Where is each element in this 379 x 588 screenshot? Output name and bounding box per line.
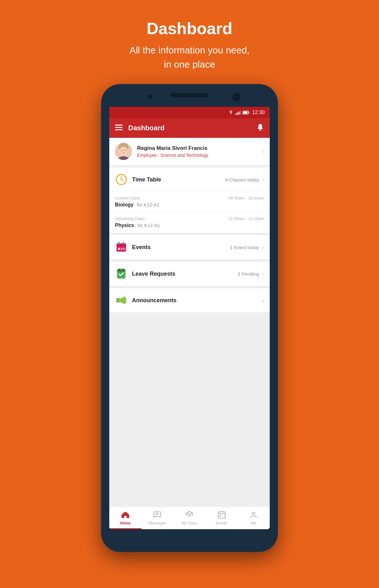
svg-rect-3 bbox=[240, 111, 241, 115]
svg-rect-43 bbox=[220, 515, 221, 516]
announcements-card: Announcements › bbox=[109, 288, 270, 312]
status-time: 12:30 bbox=[252, 110, 265, 115]
leave-requests-title: Leave Requests bbox=[132, 271, 238, 277]
svg-rect-26 bbox=[121, 248, 123, 250]
leave-requests-card: Leave Requests 3 Pending › bbox=[109, 262, 270, 286]
svg-rect-23 bbox=[118, 242, 120, 245]
page-header: Dashboard All the information you need, … bbox=[123, 0, 256, 84]
nav-item-messages[interactable]: Messages bbox=[141, 508, 174, 528]
messages-icon bbox=[153, 511, 161, 520]
nav-item-events[interactable]: Events bbox=[206, 508, 238, 528]
svg-rect-1 bbox=[237, 113, 238, 115]
svg-rect-2 bbox=[238, 112, 239, 115]
svg-rect-30 bbox=[119, 268, 120, 271]
current-class-item[interactable]: Current Class 09:45am - 10.40am Biology … bbox=[109, 192, 270, 212]
svg-rect-9 bbox=[115, 129, 123, 130]
svg-marker-32 bbox=[117, 298, 120, 303]
app-bar: Dashboard bbox=[109, 118, 270, 138]
leave-requests-icon bbox=[115, 267, 128, 280]
app-bar-title: Dashboard bbox=[128, 124, 256, 132]
events-count: 1 Event today bbox=[230, 245, 259, 250]
nav-item-home[interactable]: Home bbox=[109, 508, 141, 528]
svg-rect-7 bbox=[115, 125, 123, 126]
screen-content: Regina Maria Sivori Francis Employee : S… bbox=[109, 138, 270, 506]
events-nav-icon bbox=[218, 511, 226, 520]
nav-label-home: Home bbox=[120, 521, 130, 525]
wifi-icon bbox=[228, 110, 234, 115]
svg-rect-22 bbox=[117, 243, 126, 247]
timetable-card-header[interactable]: Time Table 9 Classes today › bbox=[109, 168, 270, 192]
timetable-card: Time Table 9 Classes today › Current Cla… bbox=[109, 168, 270, 233]
status-bar: 12:30 bbox=[109, 107, 270, 118]
page-title: Dashboard bbox=[129, 19, 250, 38]
svg-rect-27 bbox=[123, 248, 125, 250]
leave-requests-card-header[interactable]: Leave Requests 3 Pending › bbox=[109, 262, 270, 286]
notification-bell-icon[interactable] bbox=[256, 123, 264, 133]
nav-label-my-class: My Class bbox=[182, 521, 197, 525]
svg-rect-5 bbox=[243, 112, 247, 114]
status-icons bbox=[228, 110, 250, 115]
upcoming-class-time: 11:00am - 12.10pm bbox=[228, 216, 264, 221]
avatar bbox=[115, 143, 132, 160]
svg-rect-36 bbox=[154, 512, 161, 517]
timetable-chevron-icon: › bbox=[262, 176, 264, 183]
menu-icon[interactable] bbox=[115, 124, 123, 132]
leave-requests-chevron-icon: › bbox=[262, 271, 264, 277]
home-icon bbox=[121, 511, 129, 520]
announcements-card-header[interactable]: Announcements › bbox=[109, 288, 270, 312]
svg-point-10 bbox=[260, 129, 261, 131]
profile-role: Employee : Science and Technology bbox=[137, 153, 262, 158]
announcements-title: Announcements bbox=[132, 297, 259, 304]
svg-point-14 bbox=[122, 150, 123, 151]
nav-label-me: Me bbox=[251, 521, 256, 525]
svg-rect-33 bbox=[117, 298, 117, 303]
events-title: Events bbox=[132, 244, 230, 251]
svg-point-20 bbox=[121, 179, 122, 180]
announcements-chevron-icon: › bbox=[262, 297, 264, 304]
me-icon bbox=[250, 511, 257, 520]
events-card: Events 1 Event today › bbox=[109, 235, 270, 259]
phone-screen: 12:30 Dashboard bbox=[109, 107, 270, 529]
current-class-subject: Biology bbox=[115, 202, 134, 207]
current-class-for: for K12-A1 bbox=[137, 202, 159, 207]
svg-point-15 bbox=[125, 150, 126, 151]
svg-point-44 bbox=[252, 512, 255, 515]
current-class-time: 09:45am - 10.40am bbox=[228, 196, 264, 200]
upcoming-class-label: Upcoming Class bbox=[115, 216, 145, 221]
nav-item-me[interactable]: Me bbox=[238, 508, 270, 528]
upcoming-class-subject: Physics bbox=[115, 223, 134, 228]
clock-icon bbox=[115, 173, 128, 186]
leave-requests-count: 3 Pending bbox=[238, 271, 259, 277]
profile-chevron-icon: › bbox=[262, 148, 264, 155]
page-subtitle: All the information you need, in one pla… bbox=[129, 43, 250, 71]
nav-label-events: Events bbox=[216, 521, 227, 525]
svg-rect-0 bbox=[235, 113, 236, 115]
current-class-label: Current Class bbox=[115, 196, 140, 200]
bottom-nav: Home Messages bbox=[109, 506, 270, 529]
svg-rect-39 bbox=[218, 512, 225, 518]
profile-info: Regina Maria Sivori Francis Employee : S… bbox=[137, 145, 262, 158]
calendar-icon bbox=[115, 241, 128, 254]
profile-name: Regina Maria Sivori Francis bbox=[137, 145, 262, 151]
nav-item-my-class[interactable]: My Class bbox=[173, 508, 206, 528]
upcoming-class-for: for K12-A1 bbox=[137, 223, 160, 228]
phone-camera-right bbox=[232, 93, 241, 101]
events-card-header[interactable]: Events 1 Event today › bbox=[109, 235, 270, 259]
active-tab-indicator bbox=[109, 528, 141, 529]
svg-rect-6 bbox=[249, 112, 249, 113]
nav-label-messages: Messages bbox=[149, 521, 166, 525]
svg-rect-8 bbox=[115, 127, 123, 128]
phone-camera-left bbox=[148, 94, 152, 99]
my-class-icon bbox=[185, 511, 194, 520]
timetable-title: Time Table bbox=[132, 176, 225, 183]
announcements-icon bbox=[115, 294, 128, 307]
profile-card[interactable]: Regina Maria Sivori Francis Employee : S… bbox=[109, 138, 270, 165]
svg-rect-29 bbox=[117, 269, 125, 272]
timetable-count: 9 Classes today bbox=[225, 177, 259, 182]
svg-point-13 bbox=[119, 147, 128, 156]
battery-icon bbox=[243, 111, 250, 114]
events-chevron-icon: › bbox=[262, 244, 264, 251]
upcoming-class-item[interactable]: Upcoming Class 11:00am - 12.10pm Physics… bbox=[109, 212, 270, 233]
phone-device: 12:30 Dashboard bbox=[101, 84, 278, 552]
svg-rect-24 bbox=[123, 242, 124, 245]
